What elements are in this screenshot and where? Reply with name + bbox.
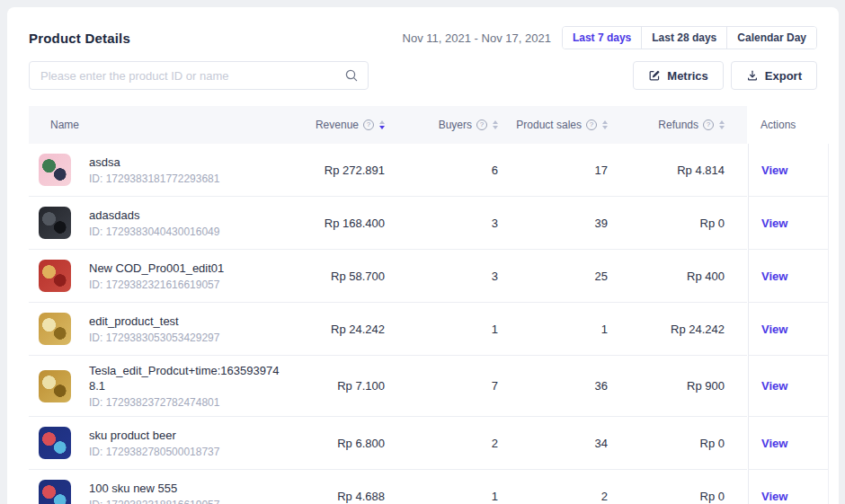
column-header-revenue-label: Revenue xyxy=(316,119,359,131)
product-name-block: sku product beer ID: 1729382780500018737 xyxy=(89,428,219,458)
date-range-switcher: Last 7 days Last 28 days Calendar Day xyxy=(562,26,817,49)
actions-cell: View xyxy=(748,197,828,250)
page-header: Product Details Nov 11, 2021 - Nov 17, 2… xyxy=(29,27,817,49)
view-link[interactable]: View xyxy=(761,217,787,230)
product-name: adasdads xyxy=(89,208,219,223)
table-header: Name Revenue Buyers Product sales xyxy=(29,106,829,144)
buyers-cell: 3 xyxy=(385,270,498,283)
product-id: ID: 1729382321616619057 xyxy=(89,279,224,291)
info-icon[interactable] xyxy=(703,119,714,130)
name-cell: asdsa ID: 1729383181772293681 xyxy=(29,146,280,193)
product-thumbnail xyxy=(39,480,71,504)
date-range-label: Nov 11, 2021 - Nov 17, 2021 xyxy=(403,31,551,45)
table-row-main: sku product beer ID: 1729382780500018737… xyxy=(29,417,747,470)
info-icon[interactable] xyxy=(586,119,597,130)
export-button[interactable]: Export xyxy=(731,61,817,90)
refunds-cell: Rp 400 xyxy=(608,270,725,283)
table-row: sku product beer ID: 1729382780500018737… xyxy=(29,417,829,470)
product-sales-cell: 17 xyxy=(498,164,608,177)
product-details-card: Product Details Nov 11, 2021 - Nov 17, 2… xyxy=(7,7,839,504)
product-sales-cell: 36 xyxy=(498,379,608,393)
product-name-block: asdsa ID: 1729383181772293681 xyxy=(89,155,219,185)
name-cell: edit_product_test ID: 172938305305342929… xyxy=(29,305,280,352)
revenue-cell: Rp 58.700 xyxy=(280,270,385,283)
range-button-calendar-day[interactable]: Calendar Day xyxy=(726,27,816,49)
product-sales-cell: 2 xyxy=(498,490,608,503)
revenue-cell: Rp 6.800 xyxy=(280,437,385,450)
revenue-cell: Rp 24.242 xyxy=(280,323,385,336)
name-cell: Tesla_edit_Prodcut+time:1635939748.1 ID:… xyxy=(29,356,280,416)
buyers-cell: 1 xyxy=(385,490,498,503)
name-cell: adasdads ID: 1729383040430016049 xyxy=(29,199,280,246)
product-name-block: 100 sku new 555 ID: 1729382318816619057 xyxy=(89,481,219,504)
name-cell: sku product beer ID: 1729382780500018737 xyxy=(29,420,280,466)
toolbar-buttons: Metrics Export xyxy=(633,61,817,90)
view-link[interactable]: View xyxy=(761,270,787,283)
product-id: ID: 1729382372782474801 xyxy=(89,396,280,409)
refunds-cell: Rp 900 xyxy=(608,379,725,393)
column-header-refunds[interactable]: Refunds xyxy=(608,119,725,131)
product-sales-cell: 39 xyxy=(498,217,608,230)
date-controls: Nov 11, 2021 - Nov 17, 2021 Last 7 days … xyxy=(403,26,817,49)
product-id: ID: 1729383040430016049 xyxy=(89,225,219,238)
page-title: Product Details xyxy=(29,31,130,46)
view-link[interactable]: View xyxy=(761,323,787,336)
range-button-last-28-days[interactable]: Last 28 days xyxy=(641,27,726,49)
info-icon[interactable] xyxy=(363,119,374,130)
column-header-actions: Actions xyxy=(748,106,828,144)
table-row: adasdads ID: 1729383040430016049 Rp 168.… xyxy=(29,197,829,250)
refunds-cell: Rp 0 xyxy=(608,490,725,503)
revenue-cell: Rp 272.891 xyxy=(280,164,385,177)
range-button-last-7-days[interactable]: Last 7 days xyxy=(563,27,641,49)
revenue-cell: Rp 168.400 xyxy=(280,217,385,230)
table-row: Tesla_edit_Prodcut+time:1635939748.1 ID:… xyxy=(29,356,829,417)
product-sales-cell: 25 xyxy=(498,270,608,283)
buyers-cell: 2 xyxy=(385,437,498,450)
refunds-cell: Rp 24.242 xyxy=(608,323,725,336)
buyers-cell: 1 xyxy=(385,323,498,336)
product-id: ID: 1729383053053429297 xyxy=(89,332,219,344)
product-table: Name Revenue Buyers Product sales xyxy=(29,106,829,504)
table-row-main: edit_product_test ID: 172938305305342929… xyxy=(29,303,747,356)
table-row-main: 100 sku new 555 ID: 1729382318816619057 … xyxy=(29,470,747,504)
export-button-label: Export xyxy=(765,69,802,83)
revenue-cell: Rp 4.688 xyxy=(280,490,385,503)
search-icon[interactable] xyxy=(344,68,359,83)
sort-icon[interactable] xyxy=(719,120,725,129)
product-name: asdsa xyxy=(89,155,219,170)
column-header-product-sales[interactable]: Product sales xyxy=(498,119,608,131)
download-icon xyxy=(746,69,759,82)
product-name-block: Tesla_edit_Prodcut+time:1635939748.1 ID:… xyxy=(89,363,280,409)
info-icon[interactable] xyxy=(476,119,487,130)
product-sales-cell: 34 xyxy=(498,437,608,450)
metrics-button[interactable]: Metrics xyxy=(633,61,724,90)
product-id: ID: 1729383181772293681 xyxy=(89,172,219,185)
actions-cell: View xyxy=(748,417,828,470)
table-row-main: asdsa ID: 1729383181772293681 Rp 272.891… xyxy=(29,144,747,197)
table-row: asdsa ID: 1729383181772293681 Rp 272.891… xyxy=(29,144,829,197)
column-header-buyers-label: Buyers xyxy=(439,119,472,131)
view-link[interactable]: View xyxy=(761,379,787,393)
view-link[interactable]: View xyxy=(761,164,787,177)
actions-cell: View xyxy=(748,470,828,504)
product-sales-cell: 1 xyxy=(498,323,608,336)
table-row-main: New COD_Pro001_edit01 ID: 17293823216166… xyxy=(29,250,747,303)
view-link[interactable]: View xyxy=(761,437,787,450)
refunds-cell: Rp 0 xyxy=(608,437,725,450)
buyers-cell: 3 xyxy=(385,217,498,230)
actions-cell: View xyxy=(748,303,828,356)
buyers-cell: 6 xyxy=(385,164,498,177)
product-thumbnail xyxy=(39,207,71,239)
product-id: ID: 1729382780500018737 xyxy=(89,446,219,458)
column-header-buyers[interactable]: Buyers xyxy=(385,119,498,131)
buyers-cell: 7 xyxy=(385,379,498,393)
product-name-block: New COD_Pro001_edit01 ID: 17293823216166… xyxy=(89,261,224,291)
name-cell: New COD_Pro001_edit01 ID: 17293823216166… xyxy=(29,252,280,299)
column-header-product-sales-label: Product sales xyxy=(516,119,582,131)
column-header-revenue[interactable]: Revenue xyxy=(280,119,385,131)
product-name: New COD_Pro001_edit01 xyxy=(89,261,224,276)
product-search-input[interactable] xyxy=(29,61,369,90)
view-link[interactable]: View xyxy=(761,490,787,503)
table-right-edge-divider xyxy=(828,144,829,504)
product-thumbnail xyxy=(39,154,71,186)
